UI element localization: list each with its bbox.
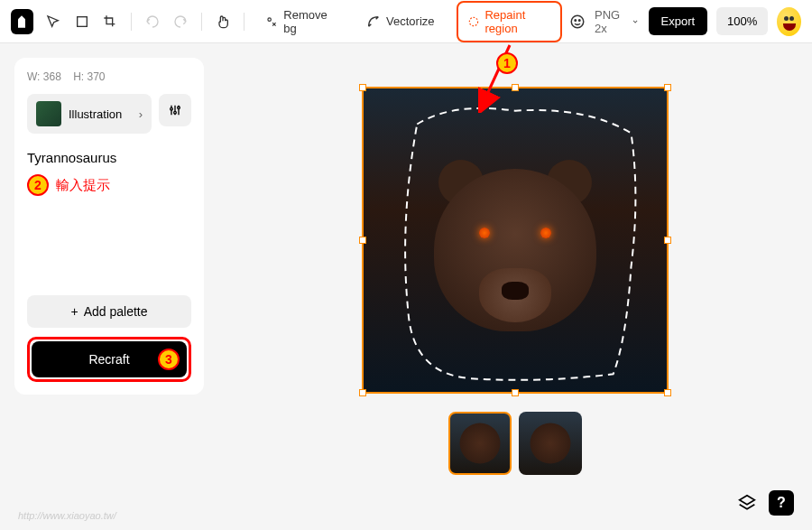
crop-tool-icon[interactable] xyxy=(103,13,119,31)
style-thumbnail xyxy=(36,101,61,126)
redo-icon[interactable] xyxy=(173,13,189,31)
add-palette-button[interactable]: + Add palette xyxy=(27,295,191,328)
canvas-image[interactable] xyxy=(362,87,669,394)
svg-point-4 xyxy=(575,19,577,21)
resize-handle-tl[interactable] xyxy=(359,84,366,91)
svg-rect-0 xyxy=(78,16,88,26)
svg-point-5 xyxy=(579,19,581,21)
toolbar-divider xyxy=(244,13,245,31)
recraft-label: Recraft xyxy=(88,352,129,367)
add-palette-label: Add palette xyxy=(84,304,148,319)
main-area: W: 368 H: 370 Illustration › 2 輸入提示 xyxy=(0,43,812,530)
thumbnail-row xyxy=(448,412,582,475)
style-settings-button[interactable] xyxy=(159,94,191,126)
annotation-badge-2: 2 xyxy=(27,174,49,196)
generated-image-content xyxy=(425,151,605,349)
remove-bg-label: Remove bg xyxy=(283,8,336,35)
annotation-text-2: 輸入提示 xyxy=(56,177,110,194)
annotation-2: 2 輸入提示 xyxy=(27,174,191,196)
prompt-input[interactable] xyxy=(27,146,191,169)
style-selector-button[interactable]: Illustration › xyxy=(27,94,152,134)
watermark-text: http://www.xiaoyao.tw/ xyxy=(18,510,116,521)
export-button[interactable]: Export xyxy=(649,7,708,35)
annotation-badge-3: 3 xyxy=(158,349,180,370)
toolbar-divider xyxy=(201,13,202,31)
resize-handle-bm[interactable] xyxy=(512,389,519,396)
svg-point-2 xyxy=(469,17,477,25)
resize-handle-bl[interactable] xyxy=(359,389,366,396)
bottom-right-icons: ? xyxy=(734,490,794,516)
chevron-right-icon: › xyxy=(139,107,143,121)
top-toolbar: Remove bg Vectorize Repaint region PNG 2… xyxy=(0,0,812,43)
canvas-area[interactable] xyxy=(218,43,812,530)
format-label: PNG 2x xyxy=(595,8,628,35)
shape-tool-icon[interactable] xyxy=(74,13,90,31)
toolbar-right-group: PNG 2x Export 100% xyxy=(569,7,801,36)
toolbar-divider xyxy=(131,13,132,31)
user-avatar-emoji[interactable] xyxy=(777,7,801,36)
sidebar-panel: W: 368 H: 370 Illustration › 2 輸入提示 xyxy=(14,58,204,395)
canvas-dimensions: W: 368 H: 370 xyxy=(27,70,191,83)
help-icon[interactable]: ? xyxy=(769,490,794,516)
svg-point-6 xyxy=(171,107,173,110)
resize-handle-lm[interactable] xyxy=(359,237,366,244)
plus-icon: + xyxy=(70,304,78,319)
undo-icon[interactable] xyxy=(144,13,161,31)
annotation-arrow-1 xyxy=(478,41,532,113)
annotation-badge-1: 1 xyxy=(496,52,518,74)
thumbnail-2[interactable] xyxy=(519,412,582,475)
remove-bg-button[interactable]: Remove bg xyxy=(256,3,345,41)
repaint-region-label: Repaint region xyxy=(484,8,551,35)
style-selector-row: Illustration › xyxy=(27,94,191,134)
toolbar-left-group: Remove bg Vectorize Repaint region xyxy=(11,1,562,42)
hand-tool-icon[interactable] xyxy=(215,13,231,31)
app-logo[interactable] xyxy=(11,9,33,34)
vectorize-button[interactable]: Vectorize xyxy=(357,9,443,34)
thumbnail-1[interactable] xyxy=(448,412,512,475)
cursor-tool-icon[interactable] xyxy=(46,13,62,31)
svg-point-7 xyxy=(174,111,177,114)
face-tool-icon[interactable] xyxy=(569,13,586,31)
repaint-region-button[interactable]: Repaint region xyxy=(457,1,562,42)
style-label: Illustration xyxy=(69,107,122,121)
svg-point-1 xyxy=(268,17,271,20)
format-dropdown[interactable]: PNG 2x xyxy=(595,8,640,35)
recraft-highlight-box: Recraft 3 xyxy=(27,337,191,382)
zoom-level-button[interactable]: 100% xyxy=(716,7,768,35)
svg-point-3 xyxy=(571,15,584,28)
resize-handle-br[interactable] xyxy=(664,389,671,396)
svg-point-8 xyxy=(178,107,180,109)
resize-handle-rm[interactable] xyxy=(664,237,671,244)
sidebar: W: 368 H: 370 Illustration › 2 輸入提示 xyxy=(0,43,218,530)
resize-handle-tr[interactable] xyxy=(664,84,671,91)
vectorize-label: Vectorize xyxy=(386,14,434,28)
layers-icon[interactable] xyxy=(734,490,760,516)
recraft-button[interactable]: Recraft 3 xyxy=(32,341,187,377)
